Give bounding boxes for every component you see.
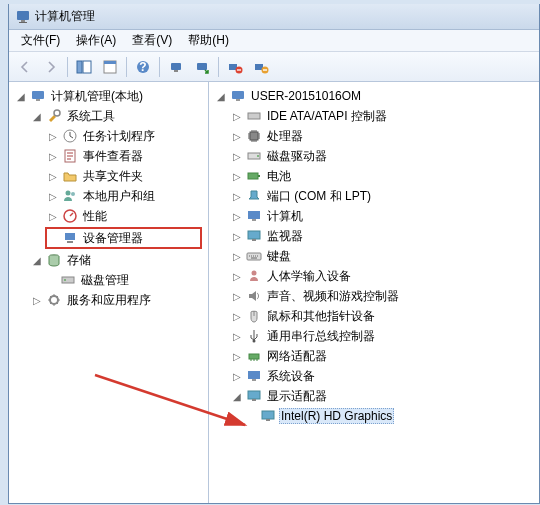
forward-button[interactable] [39, 55, 63, 79]
mouse-icon [246, 308, 262, 324]
menu-view[interactable]: 查看(V) [124, 30, 180, 51]
scan-hardware-button[interactable] [164, 55, 188, 79]
expand-icon[interactable]: ▷ [229, 328, 245, 344]
uninstall-button[interactable] [223, 55, 247, 79]
separator [218, 57, 219, 77]
expand-icon[interactable]: ▷ [229, 228, 245, 244]
tree-device-manager[interactable]: 设备管理器 [45, 227, 202, 249]
disk-drive-icon [246, 148, 262, 164]
device-monitor[interactable]: ▷监视器 [211, 226, 537, 246]
toolbar: ? [9, 52, 539, 82]
expand-icon[interactable]: ▷ [229, 108, 245, 124]
computer-icon [246, 208, 262, 224]
tree-label: 显示适配器 [265, 387, 329, 406]
properties-button[interactable] [98, 55, 122, 79]
expand-icon[interactable]: ▷ [45, 168, 61, 184]
collapse-icon[interactable]: ◢ [213, 88, 229, 104]
svg-rect-37 [248, 173, 258, 179]
menu-file[interactable]: 文件(F) [13, 30, 68, 51]
right-pane[interactable]: ◢USER-20151016OM ▷IDE ATA/ATAPI 控制器 ▷处理器… [209, 82, 539, 503]
device-gpu[interactable]: Intel(R) HD Graphics [211, 406, 537, 426]
tree-label: 磁盘驱动器 [265, 147, 329, 166]
disk-icon [60, 272, 76, 288]
tree-label: 系统设备 [265, 367, 317, 386]
svg-rect-52 [266, 419, 270, 421]
expand-icon[interactable]: ▷ [229, 148, 245, 164]
help-button[interactable]: ? [131, 55, 155, 79]
device-sound[interactable]: ▷声音、视频和游戏控制器 [211, 286, 537, 306]
device-root[interactable]: ◢USER-20151016OM [211, 86, 537, 106]
port-icon [246, 188, 262, 204]
device-battery[interactable]: ▷电池 [211, 166, 537, 186]
device-usb[interactable]: ▷通用串行总线控制器 [211, 326, 537, 346]
back-button[interactable] [13, 55, 37, 79]
device-mouse[interactable]: ▷鼠标和其他指针设备 [211, 306, 537, 326]
svg-rect-32 [236, 99, 240, 101]
tree-label: 人体学输入设备 [265, 267, 353, 286]
expand-icon[interactable]: ▷ [229, 248, 245, 264]
tree-computer-management[interactable]: ◢计算机管理(本地) [11, 86, 206, 106]
tree-local-users[interactable]: ▷本地用户和组 [11, 186, 206, 206]
show-hide-tree-button[interactable] [72, 55, 96, 79]
svg-point-29 [64, 279, 66, 281]
separator [67, 57, 68, 77]
expand-icon[interactable]: ▷ [229, 308, 245, 324]
battery-icon [246, 168, 262, 184]
expand-icon[interactable]: ▷ [229, 348, 245, 364]
disable-button[interactable] [249, 55, 273, 79]
expand-icon[interactable]: ▷ [229, 288, 245, 304]
device-cpu[interactable]: ▷处理器 [211, 126, 537, 146]
tools-icon [46, 108, 62, 124]
expand-icon[interactable]: ▷ [45, 128, 61, 144]
tree-label: 鼠标和其他指针设备 [265, 307, 377, 326]
tree-services-apps[interactable]: ▷服务和应用程序 [11, 290, 206, 310]
update-driver-button[interactable] [190, 55, 214, 79]
tree-label: 事件查看器 [81, 147, 145, 166]
device-sysdev[interactable]: ▷系统设备 [211, 366, 537, 386]
expand-icon[interactable]: ▷ [229, 368, 245, 384]
tree-event-viewer[interactable]: ▷事件查看器 [11, 146, 206, 166]
tree-disk-management[interactable]: 磁盘管理 [11, 270, 206, 290]
window-title: 计算机管理 [35, 8, 95, 25]
device-network[interactable]: ▷网络适配器 [211, 346, 537, 366]
svg-point-45 [253, 340, 256, 343]
expand-icon[interactable]: ▷ [229, 168, 245, 184]
menu-help[interactable]: 帮助(H) [180, 30, 237, 51]
menu-action[interactable]: 操作(A) [68, 30, 124, 51]
titlebar: 计算机管理 [9, 4, 539, 30]
expand-icon[interactable]: ▷ [45, 148, 61, 164]
collapse-icon[interactable]: ◢ [13, 88, 29, 104]
device-computer[interactable]: ▷计算机 [211, 206, 537, 226]
tree-storage[interactable]: ◢存储 [11, 250, 206, 270]
blank-icon [47, 230, 61, 246]
device-ports[interactable]: ▷端口 (COM 和 LPT) [211, 186, 537, 206]
device-mgr-icon [62, 230, 78, 246]
collapse-icon[interactable]: ◢ [29, 108, 45, 124]
collapse-icon[interactable]: ◢ [29, 252, 45, 268]
left-pane[interactable]: ◢计算机管理(本地) ◢系统工具 ▷任务计划程序 ▷事件查看器 ▷共享文件夹 ▷… [9, 82, 209, 503]
svg-rect-0 [17, 11, 29, 20]
device-keyboard[interactable]: ▷键盘 [211, 246, 537, 266]
expand-icon[interactable]: ▷ [229, 128, 245, 144]
tree-performance[interactable]: ▷性能 [11, 206, 206, 226]
expand-icon[interactable]: ▷ [29, 292, 45, 308]
expand-icon[interactable]: ▷ [229, 188, 245, 204]
keyboard-icon [246, 248, 262, 264]
expand-icon[interactable]: ▷ [229, 208, 245, 224]
expand-icon[interactable]: ▷ [45, 208, 61, 224]
device-display[interactable]: ◢显示适配器 [211, 386, 537, 406]
tree-label: 声音、视频和游戏控制器 [265, 287, 401, 306]
collapse-icon[interactable]: ◢ [229, 388, 245, 404]
tree-system-tools[interactable]: ◢系统工具 [11, 106, 206, 126]
expand-icon[interactable]: ▷ [45, 188, 61, 204]
device-ide[interactable]: ▷IDE ATA/ATAPI 控制器 [211, 106, 537, 126]
tree-task-scheduler[interactable]: ▷任务计划程序 [11, 126, 206, 146]
tree-shared-folders[interactable]: ▷共享文件夹 [11, 166, 206, 186]
tree-label: 设备管理器 [81, 229, 145, 248]
display-adapter-icon [246, 388, 262, 404]
device-hid[interactable]: ▷人体学输入设备 [211, 266, 537, 286]
device-disk[interactable]: ▷磁盘驱动器 [211, 146, 537, 166]
expand-icon[interactable]: ▷ [229, 268, 245, 284]
tree-label: 本地用户和组 [81, 187, 157, 206]
svg-rect-49 [248, 391, 260, 399]
